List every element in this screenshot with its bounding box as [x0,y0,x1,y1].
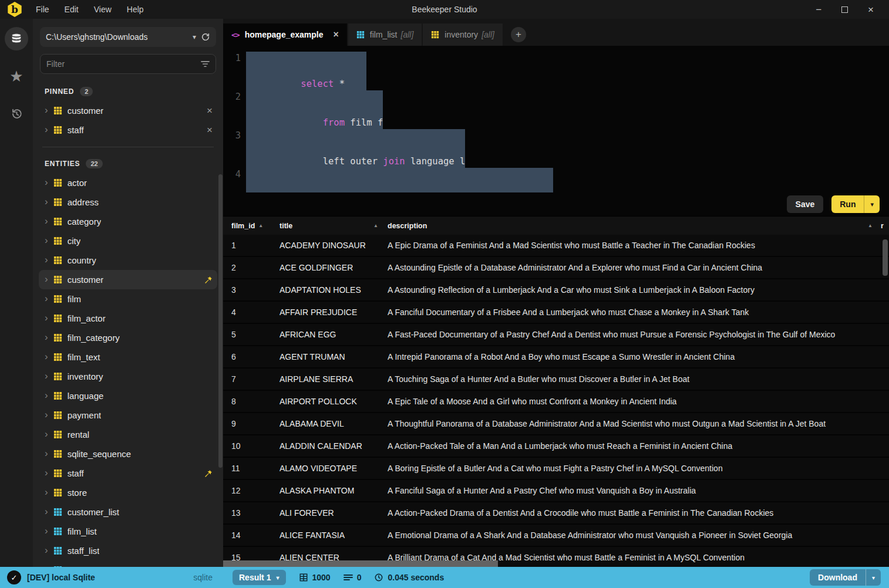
table-row[interactable]: 4 AFFAIR PREJUDICE A Fanciful Documentar… [223,302,889,324]
entity-item[interactable]: › category [39,212,217,231]
tab-inventory[interactable]: inventory [all] [423,23,503,46]
save-button[interactable]: Save [787,195,824,213]
chevron-right-icon[interactable]: › [45,448,48,458]
download-caret-icon[interactable]: ▾ [866,569,881,586]
chevron-right-icon[interactable]: › [45,235,48,245]
cell-film-id[interactable]: 2 [223,263,280,272]
chevron-right-icon[interactable]: › [45,506,48,516]
cell-description[interactable]: A Boring Epistle of a Butler And a Cat w… [388,464,889,473]
cell-film-id[interactable]: 5 [223,330,280,339]
cell-description[interactable]: A Astounding Epistle of a Database Admin… [388,263,889,272]
table-row[interactable]: 6 AGENT TRUMAN A Intrepid Panorama of a … [223,346,889,369]
entity-item[interactable]: › actor [39,173,217,192]
result-tab-selector[interactable]: Result 1 ▾ [233,570,286,585]
download-label[interactable]: Download [810,569,866,586]
chevron-right-icon[interactable]: › [45,313,48,323]
horizontal-scrollbar[interactable] [223,560,498,567]
entity-item[interactable]: › language [39,386,217,405]
chevron-right-icon[interactable]: › [45,390,48,400]
cell-description[interactable]: A Thoughtful Panorama of a Database Admi… [388,419,889,428]
column-header-film-id[interactable]: film_id ▲ [223,222,280,230]
chevron-right-icon[interactable]: › [45,565,48,567]
cell-film-id[interactable]: 9 [223,419,280,428]
chevron-right-icon[interactable]: › [45,197,48,207]
sort-asc-icon[interactable]: ▲ [258,223,263,228]
pin-icon[interactable] [204,469,213,478]
cell-film-id[interactable]: 3 [223,285,280,295]
entity-item[interactable]: › film_actor [39,309,217,328]
sort-icon[interactable]: ▲ [373,223,378,228]
filter-icon[interactable] [201,60,210,67]
table-row[interactable]: 5 AFRICAN EGG A Fast-Paced Documentary o… [223,324,889,346]
chevron-right-icon[interactable]: › [45,216,48,226]
sort-icon[interactable]: ▲ [868,223,873,228]
column-header-truncated[interactable]: r [881,222,889,230]
entity-item[interactable]: › sqlite_sequence [39,444,217,464]
table-row[interactable]: 10 ALADDIN CALENDAR A Action-Packed Tale… [223,435,889,458]
entity-item[interactable]: › customer_list [39,502,217,522]
table-row[interactable]: 12 ALASKA PHANTOM A Fanciful Saga of a H… [223,480,889,502]
table-row[interactable]: 9 ALABAMA DEVIL A Thoughtful Panorama of… [223,413,889,435]
cell-description[interactable]: A Fanciful Documentary of a Frisbee And … [388,307,889,317]
table-row[interactable]: 13 ALI FOREVER A Action-Packed Drama of … [223,502,889,525]
table-row[interactable]: 8 AIRPORT POLLOCK A Epic Tale of a Moose… [223,391,889,413]
chevron-right-icon[interactable]: › [45,352,48,361]
pinned-item[interactable]: › customer × [39,101,217,120]
cell-film-id[interactable]: 14 [223,530,280,540]
tab-close-icon[interactable]: × [334,29,339,40]
pinned-item[interactable]: › staff × [39,120,217,140]
cell-title[interactable]: ALI FOREVER [280,508,388,518]
cell-description[interactable]: A Epic Tale of a Moose And a Girl who mu… [388,397,889,406]
history-icon[interactable] [5,102,28,126]
cell-title[interactable]: ADAPTATION HOLES [280,285,388,295]
chevron-right-icon[interactable]: › [45,177,48,187]
entity-item[interactable]: › customer [39,270,217,289]
cell-film-id[interactable]: 13 [223,508,280,518]
chevron-right-icon[interactable]: › [45,332,48,342]
table-row[interactable]: 14 ALICE FANTASIA A Emotional Drama of a… [223,525,889,547]
entity-item[interactable]: › sales_by_store [39,560,217,567]
vertical-scrollbar[interactable] [883,239,888,276]
cell-title[interactable]: ALASKA PHANTOM [280,486,388,495]
database-icon[interactable] [5,27,28,50]
tab-film-list[interactable]: film_list [all] [348,23,422,46]
menu-item[interactable]: Help [119,0,151,19]
chevron-right-icon[interactable]: › [45,545,48,555]
cell-film-id[interactable]: 7 [223,374,280,384]
cell-film-id[interactable]: 6 [223,352,280,361]
entity-item[interactable]: › inventory [39,367,217,386]
connection-select[interactable]: C:\Users\ghstng\Downloads ▾ [40,27,216,47]
chevron-right-icon[interactable]: › [45,124,48,134]
cell-title[interactable]: AIRPLANE SIERRA [280,374,388,384]
cell-film-id[interactable]: 10 [223,441,280,451]
chevron-right-icon[interactable]: › [45,371,48,381]
cell-description[interactable]: A Action-Packed Tale of a Man And a Lumb… [388,441,889,451]
cell-title[interactable]: AGENT TRUMAN [280,352,388,361]
cell-description[interactable]: A Fast-Paced Documentary of a Pastry Che… [388,330,889,339]
entity-item[interactable]: › rental [39,425,217,444]
sql-editor[interactable]: 1 select * 2 from film f 3 [223,46,889,192]
entity-item[interactable]: › city [39,231,217,251]
cell-title[interactable]: ACE GOLDFINGER [280,263,388,272]
table-row[interactable]: 3 ADAPTATION HOLES A Astounding Reflecti… [223,279,889,302]
cell-title[interactable]: ALAMO VIDEOTAPE [280,464,388,473]
refresh-icon[interactable] [201,32,210,42]
cell-title[interactable]: AFRICAN EGG [280,330,388,339]
chevron-right-icon[interactable]: › [45,293,48,303]
chevron-right-icon[interactable]: › [45,410,48,420]
chevron-right-icon[interactable]: › [45,255,48,265]
run-button[interactable]: Run ▾ [831,195,880,213]
cell-title[interactable]: ACADEMY DINOSAUR [280,241,388,250]
chevron-right-icon[interactable]: › [45,526,48,536]
cell-description[interactable]: A Astounding Reflection of a Lumberjack … [388,285,889,295]
cell-description[interactable]: A Touching Saga of a Hunter And a Butler… [388,374,889,384]
cell-title[interactable]: AIRPORT POLLOCK [280,397,388,406]
close-icon[interactable]: × [868,5,874,15]
entity-item[interactable]: › staff [39,464,217,483]
entity-item[interactable]: › film_text [39,347,217,367]
new-tab-button[interactable]: + [511,27,526,42]
table-row[interactable]: 11 ALAMO VIDEOTAPE A Boring Epistle of a… [223,458,889,480]
entity-item[interactable]: › staff_list [39,541,217,560]
tab-homepage-example[interactable]: <> homepage_example × [223,23,347,46]
chevron-right-icon[interactable]: › [45,274,48,284]
